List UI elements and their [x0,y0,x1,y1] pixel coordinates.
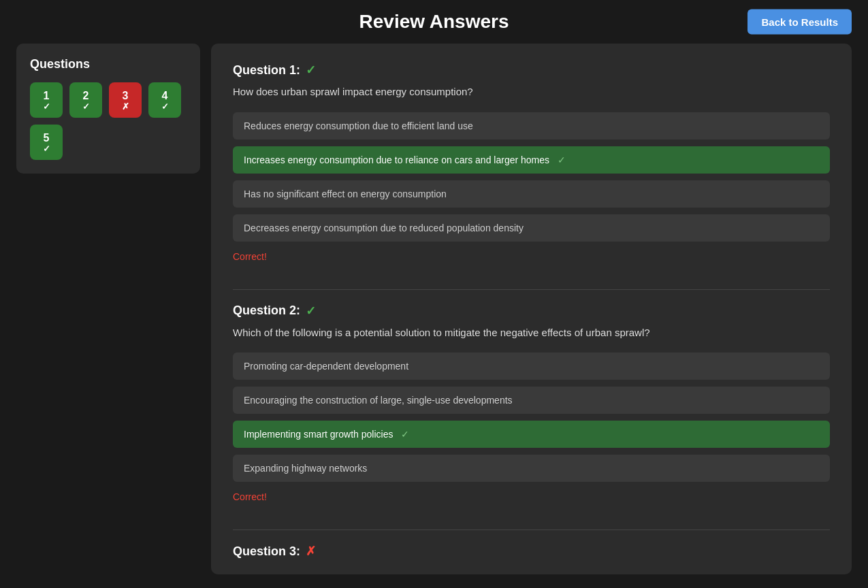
option-check-icon-2-3: ✓ [398,429,409,440]
badge-icon: ✓ [43,102,50,111]
question-block-2: Question 2:✓Which of the following is a … [233,304,830,503]
question-badge-5[interactable]: 5✓ [30,125,63,160]
question-status-icon-2: ✓ [306,304,316,318]
badge-icon: ✓ [161,102,169,111]
sidebar-title: Questions [30,57,187,71]
question-divider [233,529,830,530]
option-item-2-1[interactable]: Promoting car-dependent development [233,353,830,380]
options-list-2: Promoting car-dependent developmentEncou… [233,353,830,482]
question-header-3: Question 3:✗ [233,544,830,559]
option-text-1-1: Reduces energy consumption due to effici… [244,120,473,131]
questions-sidebar: Questions 1✓2✓3✗4✓5✓ [16,44,200,174]
option-item-1-4[interactable]: Decreases energy consumption due to redu… [233,214,830,242]
question-status-icon-3: ✗ [306,544,316,559]
page-header: Review Answers Back to Results [0,0,868,44]
option-item-2-2[interactable]: Encouraging the construction of large, s… [233,387,830,414]
page-title: Review Answers [359,11,509,33]
option-item-1-3[interactable]: Has no significant effect on energy cons… [233,180,830,208]
badge-icon: ✓ [82,102,90,111]
option-check-icon-1-2: ✓ [555,154,566,165]
question-badge-4[interactable]: 4✓ [148,82,181,118]
option-item-2-3[interactable]: Implementing smart growth policies ✓ [233,421,830,448]
badge-number: 3 [123,89,129,102]
result-label-2: Correct! [233,491,830,502]
question-status-icon-1: ✓ [306,63,316,78]
option-text-1-3: Has no significant effect on energy cons… [244,189,447,199]
question-label-2: Question 2: [233,304,300,318]
question-header-2: Question 2:✓ [233,304,830,318]
option-item-2-4[interactable]: Expanding highway networks [233,455,830,482]
badge-icon: ✗ [122,102,129,111]
questions-panel: Question 1:✓How does urban sprawl impact… [211,44,852,574]
option-text-2-1: Promoting car-dependent development [244,361,408,372]
options-list-1: Reduces energy consumption due to effici… [233,112,830,242]
question-label-1: Question 1: [233,63,300,78]
question-block-3: Question 3:✗ [233,544,830,559]
question-divider [233,289,830,290]
back-to-results-button[interactable]: Back to Results [748,10,852,35]
option-text-2-2: Encouraging the construction of large, s… [244,395,513,406]
question-badge-2[interactable]: 2✓ [69,82,102,118]
question-text-1: How does urban sprawl impact energy cons… [233,84,830,100]
badge-icon: ✓ [43,144,50,153]
badge-number: 2 [83,89,89,102]
option-text-2-3: Implementing smart growth policies [244,429,393,440]
option-text-1-2: Increases energy consumption due to reli… [244,154,549,165]
main-content: Questions 1✓2✓3✗4✓5✓ Question 1:✓How doe… [0,44,868,588]
badge-number: 4 [162,89,168,102]
question-badge-3[interactable]: 3✗ [109,82,142,118]
question-block-1: Question 1:✓How does urban sprawl impact… [233,63,830,262]
question-badge-1[interactable]: 1✓ [30,82,63,118]
option-item-1-1[interactable]: Reduces energy consumption due to effici… [233,112,830,140]
option-text-1-4: Decreases energy consumption due to redu… [244,223,524,233]
option-item-1-2[interactable]: Increases energy consumption due to reli… [233,146,830,174]
badge-number: 5 [44,131,50,144]
question-text-2: Which of the following is a potential so… [233,325,830,341]
question-badges: 1✓2✓3✗4✓5✓ [30,82,187,160]
badge-number: 1 [44,89,50,102]
question-header-1: Question 1:✓ [233,63,830,78]
result-label-1: Correct! [233,251,830,262]
question-label-3: Question 3: [233,544,300,559]
option-text-2-4: Expanding highway networks [244,463,367,474]
